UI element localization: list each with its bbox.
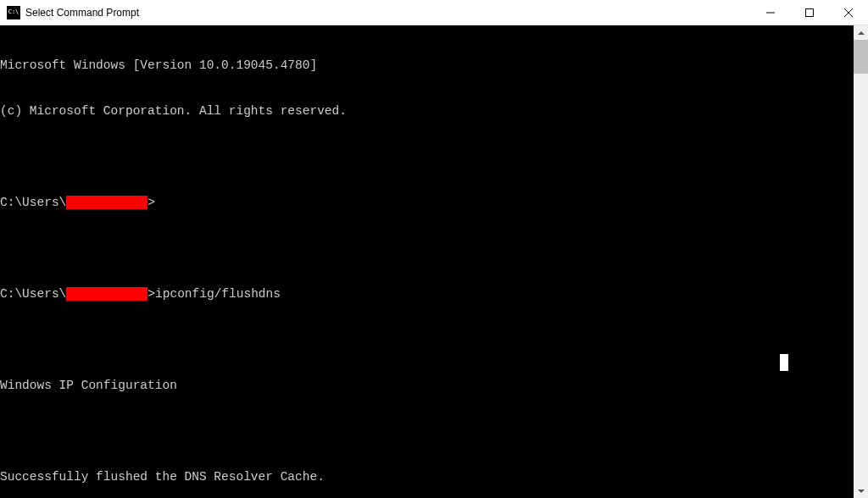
- blank-line: [0, 149, 854, 164]
- prompt-gt: >: [147, 195, 155, 210]
- close-button[interactable]: [829, 0, 868, 25]
- command-line: C:\Users\>ipconfig/flushdns: [0, 286, 854, 302]
- redacted-username: [66, 196, 147, 209]
- chevron-down-icon: [858, 490, 865, 493]
- scroll-thumb[interactable]: [854, 40, 868, 74]
- window-titlebar: Select Command Prompt: [0, 0, 868, 25]
- terminal-output[interactable]: Microsoft Windows [Version 10.0.19045.47…: [0, 25, 854, 498]
- vertical-scrollbar[interactable]: [854, 25, 868, 498]
- output-header-line: Windows IP Configuration: [0, 378, 854, 393]
- window-title: Select Command Prompt: [25, 7, 751, 19]
- minimize-icon: [766, 8, 775, 17]
- prompt-path: C:\Users\: [0, 286, 66, 302]
- output-message-line: Successfully flushed the DNS Resolver Ca…: [0, 469, 854, 484]
- maximize-icon: [805, 8, 814, 17]
- maximize-button[interactable]: [790, 0, 829, 25]
- close-icon: [844, 8, 853, 17]
- chevron-up-icon: [858, 31, 865, 35]
- cmd-icon: [7, 6, 20, 19]
- svg-rect-1: [806, 8, 814, 16]
- scroll-down-button[interactable]: [854, 484, 868, 498]
- minimize-button[interactable]: [751, 0, 790, 25]
- blank-line: [0, 423, 854, 439]
- prompt-gt: >: [147, 286, 155, 302]
- terminal-content: Microsoft Windows [Version 10.0.19045.47…: [0, 25, 854, 498]
- command-text: ipconfig/flushdns: [155, 286, 281, 302]
- prompt-path: C:\Users\: [0, 195, 66, 210]
- redacted-username: [66, 287, 147, 301]
- prompt-line: C:\Users\>: [0, 195, 854, 210]
- banner-line: Microsoft Windows [Version 10.0.19045.47…: [0, 58, 854, 73]
- blank-line: [0, 241, 854, 256]
- copyright-line: (c) Microsoft Corporation. All rights re…: [0, 103, 854, 119]
- window-controls: [751, 0, 868, 25]
- selection-cursor: [780, 354, 788, 371]
- scroll-up-button[interactable]: [854, 25, 868, 40]
- blank-line: [0, 332, 854, 347]
- scroll-track[interactable]: [854, 40, 868, 484]
- terminal-container: Microsoft Windows [Version 10.0.19045.47…: [0, 25, 868, 498]
